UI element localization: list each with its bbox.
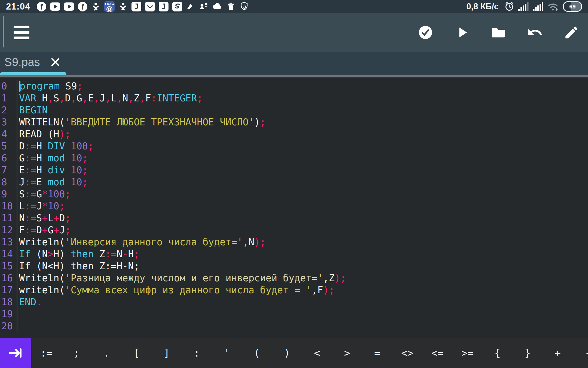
- line-number: 1: [0, 92, 17, 104]
- code-text: L:=J*10;: [17, 200, 65, 212]
- symbol-key-:[interactable]: :: [182, 338, 212, 368]
- symbol-bar: :=;.[]:'()<>=<><=>={}+-: [0, 338, 588, 368]
- code-text: writeln('Сумма всех цифр из данного числ…: [17, 284, 335, 296]
- symbol-key-}[interactable]: }: [513, 338, 543, 368]
- code-line[interactable]: 3WRITELN('ВВЕДИТЕ ЛЮБОЕ ТРЕХЗНАЧНОЕ ЧИСЛ…: [0, 116, 588, 128]
- signal-icon: [533, 1, 544, 12]
- code-text: BEGIN: [17, 104, 48, 116]
- code-line[interactable]: 17writeln('Сумма всех цифр из данного чи…: [0, 284, 588, 296]
- code-text: G:=H mod 10;: [17, 152, 88, 164]
- line-number: 0: [0, 80, 17, 92]
- code-line[interactable]: 1VAR H,S,D,G,E,J,L,N,Z,F:INTEGER;: [0, 92, 588, 104]
- status-bar: 21:04 f f FRAG J J: [0, 0, 588, 13]
- youtube-icon: [50, 1, 60, 12]
- code-line[interactable]: 9S:=G*100;: [0, 188, 588, 200]
- code-line[interactable]: 19: [0, 308, 588, 320]
- symbol-key-.[interactable]: .: [91, 338, 122, 368]
- signal-icon: [518, 1, 529, 12]
- code-line[interactable]: 14If (N>H) then Z:=N-H;: [0, 248, 588, 260]
- ok-person-icon: [118, 1, 128, 12]
- symbol-key-:=[interactable]: :=: [31, 338, 62, 368]
- symbol-key-<[interactable]: <: [302, 338, 332, 368]
- code-line[interactable]: 8J:=E mod 10;: [0, 176, 588, 188]
- code-text: N:=S+L+D;: [17, 212, 71, 224]
- code-text: If (N<H) then Z:=H-N;: [17, 260, 140, 272]
- code-line[interactable]: 16Writeln('Разница между числом и его ин…: [0, 272, 588, 284]
- tab-divider: [0, 75, 588, 77]
- code-text: E:=H div 10;: [17, 164, 88, 176]
- symbol-key-{[interactable]: {: [483, 338, 513, 368]
- symbol-key-=[interactable]: =: [362, 338, 393, 368]
- code-line[interactable]: 11N:=S+L+D;: [0, 212, 588, 224]
- hand-app-icon: [172, 1, 182, 12]
- undo-icon[interactable]: [527, 25, 543, 40]
- menu-icon[interactable]: [14, 26, 29, 39]
- code-line[interactable]: 20: [0, 320, 588, 332]
- code-line[interactable]: 0program S9;: [0, 80, 588, 92]
- line-number: 18: [0, 296, 17, 308]
- code-line[interactable]: 15If (N<H) then Z:=H-N;: [0, 260, 588, 272]
- tab-s9pas[interactable]: S9.pas: [4, 56, 61, 69]
- network-speed-text: 0,8 КБ/с: [466, 2, 499, 11]
- code-line[interactable]: 18END.: [0, 296, 588, 308]
- shield-hand-icon: [239, 1, 249, 12]
- close-icon[interactable]: [50, 57, 61, 68]
- line-number: 14: [0, 248, 17, 260]
- code-editor[interactable]: 0program S9;1VAR H,S,D,G,E,J,L,N,Z,F:INT…: [0, 77, 588, 338]
- run-icon[interactable]: [454, 25, 470, 40]
- shopping-bag-icon: [145, 1, 155, 12]
- code-line[interactable]: 6G:=H mod 10;: [0, 152, 588, 164]
- symbol-key-'[interactable]: ': [212, 338, 242, 368]
- symbol-key->[interactable]: >: [332, 338, 362, 368]
- code-line[interactable]: 7E:=H div 10;: [0, 164, 588, 176]
- line-number: 3: [0, 116, 17, 128]
- line-number: 9: [0, 188, 17, 200]
- symbol-key-[[interactable]: [: [122, 338, 152, 368]
- ok-person-icon: [91, 1, 100, 12]
- symbol-key--[interactable]: -: [573, 338, 588, 368]
- symbol-key-([interactable]: (: [242, 338, 272, 368]
- symbol-key->=[interactable]: >=: [452, 338, 483, 368]
- symbol-key-<>[interactable]: <>: [392, 338, 422, 368]
- tab-label: S9.pas: [4, 56, 40, 69]
- tab-bar: S9.pas: [0, 52, 588, 77]
- symbol-key-+[interactable]: +: [543, 338, 573, 368]
- code-line[interactable]: 5D:=H DIV 100;: [0, 140, 588, 152]
- folder-icon[interactable]: [491, 25, 506, 40]
- code-line[interactable]: 12F:=D+G+J;: [0, 224, 588, 236]
- code-text: J:=E mod 10;: [17, 176, 88, 188]
- spade-icon: [186, 1, 195, 12]
- code-text: END.: [17, 296, 42, 308]
- code-line[interactable]: 13Writeln('Инверсия данного числа будет=…: [0, 236, 588, 248]
- line-number: 19: [0, 308, 17, 320]
- edit-icon[interactable]: [564, 25, 579, 40]
- symbol-key-;[interactable]: ;: [62, 338, 92, 368]
- facebook-icon: f: [37, 1, 46, 12]
- line-number: 4: [0, 128, 17, 140]
- battery-percent-text: 69: [569, 3, 575, 10]
- code-line[interactable]: 4READ (H);: [0, 128, 588, 140]
- code-text: READ (H);: [17, 128, 71, 140]
- symbol-key-)[interactable]: ): [272, 338, 302, 368]
- symbol-key-<=[interactable]: <=: [422, 338, 453, 368]
- cloud-icon: [212, 1, 222, 12]
- status-bar-right: 0,8 КБ/с 69: [466, 0, 582, 13]
- line-number: 2: [0, 104, 17, 116]
- line-number: 7: [0, 164, 17, 176]
- j-app-icon: J: [159, 1, 169, 12]
- wifi-icon: [548, 1, 559, 12]
- symbol-key-][interactable]: ]: [152, 338, 182, 368]
- code-text: If (N>H) then Z:=N-H;: [17, 248, 140, 260]
- code-line[interactable]: 10L:=J*10;: [0, 200, 588, 212]
- code-line[interactable]: 2BEGIN: [0, 104, 588, 116]
- code-text: [17, 308, 19, 320]
- frag-app-icon: FRAG: [104, 1, 115, 12]
- tab-key[interactable]: [0, 338, 31, 368]
- scroll-indicator[interactable]: [3, 16, 4, 47]
- line-number: 20: [0, 320, 17, 332]
- line-number: 10: [0, 200, 17, 212]
- code-text: F:=D+G+J;: [17, 224, 71, 236]
- line-number: 5: [0, 140, 17, 152]
- line-number: 17: [0, 284, 17, 296]
- check-circle-icon[interactable]: [418, 25, 433, 40]
